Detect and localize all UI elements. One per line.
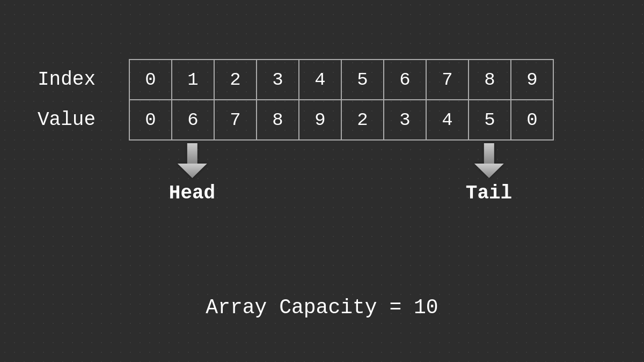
index-label: Index bbox=[32, 60, 129, 100]
array-table: 01234567890678923450 bbox=[129, 59, 554, 141]
tail-arrow-icon bbox=[474, 143, 503, 178]
index-cell-6: 6 bbox=[384, 60, 426, 100]
svg-rect-2 bbox=[484, 143, 494, 164]
value-cell-1: 6 bbox=[172, 100, 214, 140]
index-cell-5: 5 bbox=[341, 60, 384, 100]
svg-marker-3 bbox=[474, 164, 503, 178]
head-arrow-icon bbox=[177, 143, 207, 178]
index-cell-2: 2 bbox=[214, 60, 257, 100]
row-labels: Index Value bbox=[32, 60, 129, 140]
svg-marker-1 bbox=[177, 164, 207, 178]
value-cell-4: 9 bbox=[299, 100, 341, 140]
index-cell-3: 3 bbox=[257, 60, 299, 100]
value-cell-6: 3 bbox=[384, 100, 426, 140]
value-row: 0678923450 bbox=[129, 100, 553, 140]
value-cell-8: 5 bbox=[469, 100, 511, 140]
index-row: 0123456789 bbox=[129, 60, 553, 100]
capacity-label: Array Capacity = 10 bbox=[0, 296, 644, 319]
value-cell-7: 4 bbox=[426, 100, 469, 140]
arrows-section: Head Tail bbox=[129, 143, 612, 208]
index-cell-4: 4 bbox=[299, 60, 341, 100]
head-arrow-container: Head bbox=[169, 143, 215, 204]
index-cell-0: 0 bbox=[129, 60, 172, 100]
svg-rect-0 bbox=[187, 143, 197, 164]
tail-arrow-container: Tail bbox=[466, 143, 512, 204]
value-cell-2: 7 bbox=[214, 100, 257, 140]
value-label: Value bbox=[32, 100, 129, 140]
head-label: Head bbox=[169, 182, 215, 204]
index-cell-1: 1 bbox=[172, 60, 214, 100]
value-cell-0: 0 bbox=[129, 100, 172, 140]
index-cell-9: 9 bbox=[511, 60, 553, 100]
index-cell-7: 7 bbox=[426, 60, 469, 100]
value-cell-5: 2 bbox=[341, 100, 384, 140]
tail-label: Tail bbox=[466, 182, 512, 204]
value-cell-9: 0 bbox=[511, 100, 553, 140]
value-cell-3: 8 bbox=[257, 100, 299, 140]
array-visualization: Index Value 01234567890678923450 bbox=[32, 59, 612, 141]
index-cell-8: 8 bbox=[469, 60, 511, 100]
